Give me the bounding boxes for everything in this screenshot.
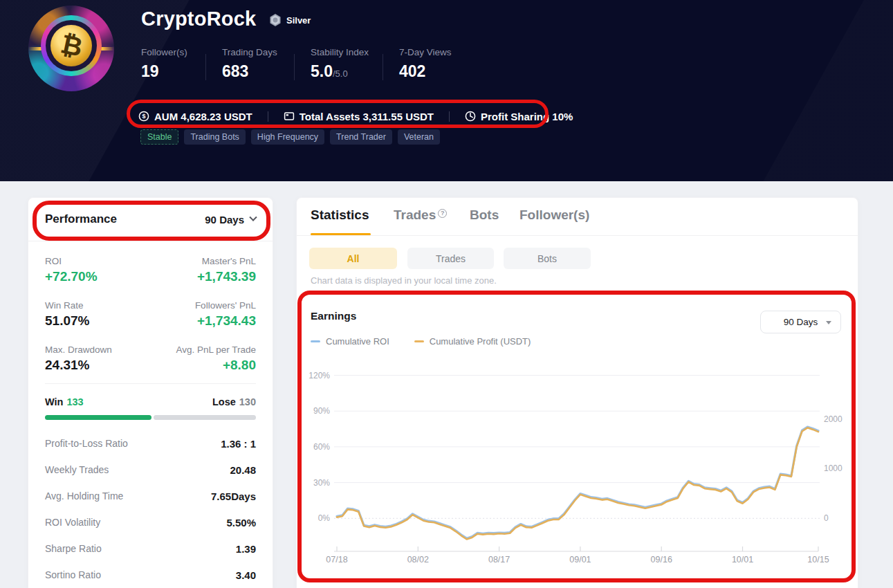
tag-trend-trader: Trend Trader <box>330 129 392 145</box>
metric-value: 51.07% <box>45 313 89 329</box>
dollar-circle-icon: $ <box>138 111 149 122</box>
tab-trades[interactable]: Trades? <box>394 208 447 223</box>
profile-header: ₿ CryptoRock Silver Follower(s) 19 Tradi… <box>0 0 893 181</box>
legend-cumulative-profit: Cumulative Profit (USDT) <box>414 336 531 347</box>
y-axis-tick-label: 0% <box>318 513 331 523</box>
tab-bots[interactable]: Bots <box>470 208 499 223</box>
stat-row-sortino-ratio: Sortino Ratio 3.40 <box>45 562 256 588</box>
tab-followers[interactable]: Follower(s) <box>519 208 589 223</box>
lose-label: Lose <box>212 396 236 407</box>
row-label: Avg. Holding Time <box>45 490 123 502</box>
lose-bar-segment <box>154 415 256 420</box>
stat-stability-index: Stability Index 5.0/5.0 <box>311 47 369 81</box>
legend-label: Cumulative Profit (USDT) <box>430 336 531 347</box>
row-label: ROI Volatility <box>45 517 100 528</box>
tag-list: Stable Trading Bots High Frequency Trend… <box>140 129 440 145</box>
legend-label: Cumulative ROI <box>326 336 389 347</box>
aum-bar: $ AUM 4,628.23 USDT Total Assets 3,311.5… <box>138 107 573 125</box>
metric-label: ROI <box>45 256 98 266</box>
legend-swatch-roi <box>311 340 320 342</box>
divider <box>297 235 858 236</box>
performance-header: Performance 90 Days <box>28 198 273 241</box>
row-label: Weekly Trades <box>45 464 109 475</box>
performance-range-dropdown[interactable]: 90 Days <box>205 214 256 226</box>
earnings-range-value: 90 Days <box>784 317 818 327</box>
performance-card: Performance 90 Days ROI +72.70% Master's… <box>28 197 273 588</box>
chevron-down-icon <box>249 214 257 221</box>
profit-sharing-item: Profit Sharing 10% <box>465 111 573 122</box>
stat-row-avg-holding-time: Avg. Holding Time 7.65Days <box>45 483 256 509</box>
y-axis-tick-label: 120% <box>309 371 330 380</box>
tab-trades-label: Trades <box>394 208 436 222</box>
copy-trading-profile-page: ₿ CryptoRock Silver Follower(s) 19 Tradi… <box>0 0 893 588</box>
stat-value: 19 <box>141 62 159 80</box>
x-axis-tick-label: 09/01 <box>569 555 591 564</box>
tier-badge: Silver <box>268 13 311 27</box>
stat-value: 683 <box>222 62 248 80</box>
stat-row-weekly-trades: Weekly Trades 20.48 <box>45 457 256 483</box>
legend-swatch-profit <box>414 340 424 342</box>
stat-value: 5.0 <box>311 62 333 80</box>
aum-item: $ AUM 4,628.23 USDT <box>138 111 252 122</box>
stat-divider <box>205 54 206 80</box>
lose-count: 130 <box>239 396 256 407</box>
x-axis-tick-label: 08/17 <box>488 555 510 564</box>
win-lose-row: Win133 Lose130 <box>45 396 256 408</box>
aum-divider <box>268 111 268 122</box>
stat-followers: Follower(s) 19 <box>141 47 187 81</box>
metric-value: +8.80 <box>176 358 256 373</box>
earnings-chart[interactable]: 0%30%60%90%120%01000200007/1808/0208/170… <box>302 360 856 568</box>
stat-value: 402 <box>399 62 425 80</box>
help-circle-icon: ? <box>438 209 447 218</box>
earnings-range-select[interactable]: 90 Days <box>760 311 841 333</box>
stat-row-sharpe-ratio: Sharpe Ratio 1.39 <box>45 535 256 562</box>
metric-value: +72.70% <box>45 269 98 284</box>
metric-label: Max. Drawdown <box>45 344 112 355</box>
line-cumulative-profit <box>337 428 818 539</box>
bitcoin-icon: ₿ <box>50 25 92 66</box>
tag-stable: Stable <box>140 129 178 145</box>
tag-high-frequency: High Frequency <box>251 129 324 145</box>
stat-row-roi-volatility: ROI Volatility 5.50% <box>45 509 256 535</box>
metric-followers-pnl: Followers' PnL +1,734.43 <box>195 300 256 329</box>
stat-divider <box>294 54 295 80</box>
right-axis-tick-label: 0 <box>824 513 829 523</box>
right-axis-tick-label: 2000 <box>824 414 843 424</box>
aum-text: AUM 4,628.23 USDT <box>154 111 252 122</box>
filter-all[interactable]: All <box>309 248 397 269</box>
performance-range-value: 90 Days <box>205 214 244 226</box>
stat-label: Stability Index <box>311 47 369 57</box>
metric-value: +1,743.39 <box>197 269 256 284</box>
y-axis-tick-label: 90% <box>313 406 330 416</box>
stat-trading-days: Trading Days 683 <box>222 47 277 81</box>
x-axis-tick-label: 07/18 <box>326 555 347 564</box>
metric-avg-pnl-per-trade: Avg. PnL per Trade +8.80 <box>176 344 256 373</box>
y-axis-tick-label: 30% <box>313 478 330 488</box>
tag-veteran: Veteran <box>398 129 440 145</box>
filter-trades[interactable]: Trades <box>407 248 494 269</box>
stat-divider <box>383 54 383 80</box>
row-value: 7.65Days <box>211 490 256 502</box>
total-assets-item: Total Assets 3,311.55 USDT <box>284 111 434 122</box>
silver-medal-icon <box>268 13 282 27</box>
metric-value: +1,734.43 <box>195 313 256 329</box>
filter-bots[interactable]: Bots <box>504 248 591 269</box>
row-label: Sharpe Ratio <box>45 543 102 554</box>
chart-legend: Cumulative ROI Cumulative Profit (USDT) <box>311 336 531 347</box>
win-label: Win <box>45 396 63 407</box>
stat-suffix: /5.0 <box>333 68 348 79</box>
tag-trading-bots: Trading Bots <box>184 129 245 145</box>
row-label: Profit-to-Loss Ratio <box>45 438 128 449</box>
stat-row-profit-loss-ratio: Profit-to-Loss Ratio 1.36 : 1 <box>45 430 256 457</box>
metric-label: Win Rate <box>45 300 89 311</box>
tier-badge-label: Silver <box>286 15 311 26</box>
row-value: 5.50% <box>226 517 256 529</box>
win-count: 133 <box>66 396 83 407</box>
wallet-card-icon <box>284 111 295 122</box>
aum-text: Profit Sharing 10% <box>481 111 573 122</box>
metric-label: Avg. PnL per Trade <box>176 344 256 355</box>
metric-label: Master's PnL <box>197 256 256 266</box>
caret-down-icon <box>826 321 831 324</box>
row-value: 1.39 <box>236 543 256 555</box>
tab-statistics[interactable]: Statistics <box>311 208 369 223</box>
